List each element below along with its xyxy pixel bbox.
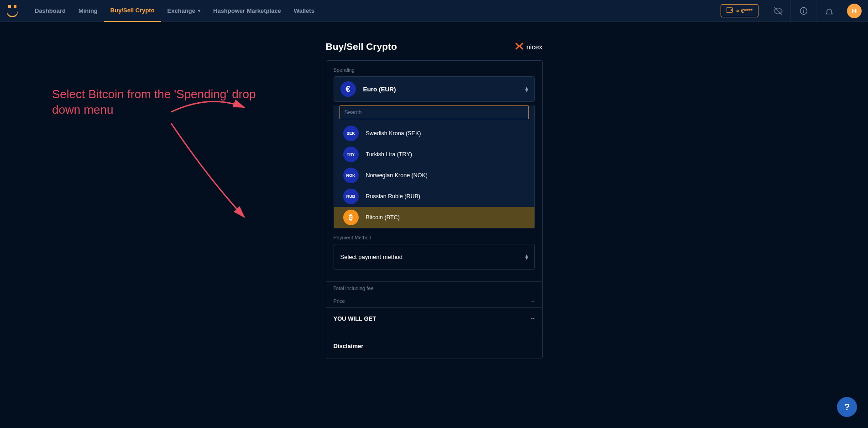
get-value: -- bbox=[531, 315, 535, 322]
nav-exchange[interactable]: Exchange▾ bbox=[161, 0, 207, 22]
spending-selected-text: Euro (EUR) bbox=[363, 86, 396, 93]
total-value: -- bbox=[531, 285, 534, 291]
you-will-get-row: YOU WILL GET -- bbox=[326, 307, 542, 329]
get-label: YOU WILL GET bbox=[334, 315, 376, 322]
option-nok[interactable]: NOK Norwegian Krone (NOK) bbox=[334, 165, 534, 186]
bell-icon[interactable] bbox=[816, 0, 842, 22]
arrow-icon bbox=[169, 89, 251, 121]
option-label: Swedish Krona (SEK) bbox=[366, 130, 421, 137]
nav-dashboard[interactable]: Dashboard bbox=[28, 0, 72, 22]
option-try[interactable]: TRY Turkish Lira (TRY) bbox=[334, 144, 534, 165]
option-rub[interactable]: RUB Russian Ruble (RUB) bbox=[334, 186, 534, 207]
nicex-icon bbox=[515, 42, 523, 51]
nav-wallets[interactable]: Wallets bbox=[288, 0, 321, 22]
sek-badge: SEK bbox=[343, 126, 359, 141]
search-input[interactable] bbox=[340, 106, 529, 119]
total-row: Total including fee -- bbox=[326, 282, 542, 295]
spending-dropdown: SEK Swedish Krona (SEK) TRY Turkish Lira… bbox=[334, 106, 535, 228]
buy-sell-card: Spending € Euro (EUR) ▴▾ SEK Swedish Kro… bbox=[326, 60, 543, 359]
svg-point-5 bbox=[803, 9, 804, 10]
price-value: -- bbox=[531, 298, 534, 304]
brand-logo[interactable] bbox=[5, 4, 19, 18]
payment-placeholder: Select payment method bbox=[340, 254, 403, 260]
option-sek[interactable]: SEK Swedish Krona (SEK) bbox=[334, 123, 534, 144]
avatar[interactable]: H bbox=[847, 4, 862, 18]
title-row: Buy/Sell Crypto nicex bbox=[326, 41, 543, 52]
balance-button[interactable]: ≈ €**** bbox=[721, 4, 758, 17]
sort-icon: ▴▾ bbox=[525, 86, 528, 92]
bitcoin-icon: ₿ bbox=[343, 210, 359, 225]
spending-select[interactable]: € Euro (EUR) ▴▾ bbox=[334, 76, 535, 102]
total-label: Total including fee bbox=[334, 285, 374, 291]
payment-select[interactable]: Select payment method ▴▾ bbox=[334, 244, 535, 269]
option-label: Turkish Lira (TRY) bbox=[366, 151, 412, 158]
page-title: Buy/Sell Crypto bbox=[326, 41, 397, 52]
wallet-icon bbox=[727, 7, 733, 14]
disclaimer-heading: Disclaimer bbox=[326, 335, 542, 359]
payment-label: Payment Method bbox=[334, 235, 535, 240]
sort-icon: ▴▾ bbox=[525, 254, 528, 259]
svg-rect-1 bbox=[731, 10, 732, 11]
try-badge: TRY bbox=[343, 147, 359, 162]
instruction-annotation: Select Bitcoin from the 'Spending' drop … bbox=[52, 87, 280, 118]
payment-section: Payment Method Select payment method ▴▾ bbox=[326, 235, 542, 276]
header-right: ≈ €**** H bbox=[721, 0, 868, 22]
spending-section: Spending € Euro (EUR) ▴▾ SEK Swedish Kro… bbox=[326, 61, 542, 235]
info-icon[interactable] bbox=[790, 0, 816, 22]
top-header: Dashboard Mining Buy/Sell Crypto Exchang… bbox=[0, 0, 868, 22]
option-btc[interactable]: ₿ Bitcoin (BTC) bbox=[334, 207, 534, 228]
currency-list[interactable]: SEK Swedish Krona (SEK) TRY Turkish Lira… bbox=[334, 123, 534, 228]
nav-mining[interactable]: Mining bbox=[72, 0, 104, 22]
price-label: Price bbox=[334, 298, 345, 304]
visibility-off-icon[interactable] bbox=[765, 0, 790, 22]
nicex-logo: nicex bbox=[515, 42, 542, 51]
main-nav: Dashboard Mining Buy/Sell Crypto Exchang… bbox=[28, 0, 321, 22]
help-button[interactable]: ? bbox=[837, 397, 857, 417]
euro-icon: € bbox=[340, 81, 356, 97]
nok-badge: NOK bbox=[343, 168, 359, 183]
main-panel: Buy/Sell Crypto nicex Spending € Euro (E… bbox=[326, 41, 543, 359]
nav-buy-sell[interactable]: Buy/Sell Crypto bbox=[104, 0, 161, 22]
nav-hashpower[interactable]: Hashpower Marketplace bbox=[207, 0, 288, 22]
price-row: Price -- bbox=[326, 295, 542, 307]
spending-label: Spending bbox=[334, 67, 535, 73]
option-label: Bitcoin (BTC) bbox=[366, 214, 400, 221]
option-label: Norwegian Krone (NOK) bbox=[366, 172, 428, 179]
dropdown-search bbox=[340, 106, 529, 119]
option-label: Russian Ruble (RUB) bbox=[366, 193, 420, 200]
chevron-down-icon: ▾ bbox=[198, 8, 200, 13]
arrow-icon bbox=[169, 121, 260, 226]
rub-badge: RUB bbox=[343, 189, 359, 204]
balance-text: ≈ €**** bbox=[737, 8, 753, 14]
